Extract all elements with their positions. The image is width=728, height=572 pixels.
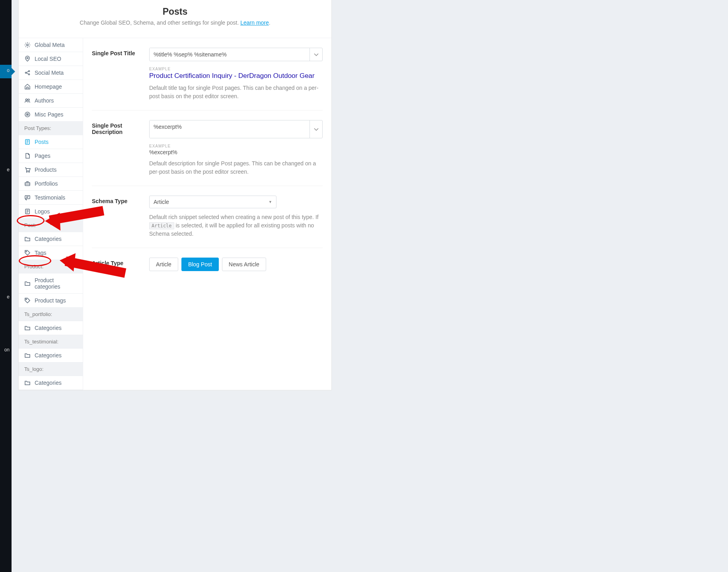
sidebar-item-label: Categories <box>35 325 62 331</box>
sidebar-item-testimonials[interactable]: Testimonials <box>19 191 83 205</box>
post-icon <box>24 208 31 215</box>
svg-point-1 <box>27 57 28 59</box>
svg-point-9 <box>27 172 27 173</box>
sidebar-item-social-meta[interactable]: Social Meta <box>19 66 83 80</box>
folder-icon <box>24 352 31 359</box>
pin-icon <box>24 56 31 62</box>
sidebar-item-label: Homepage <box>35 83 62 90</box>
svg-point-4 <box>28 74 29 75</box>
page-header: Posts Change Global SEO, Schema, and oth… <box>19 0 331 38</box>
tag-icon <box>24 250 31 256</box>
users-icon <box>24 97 31 104</box>
sidebar-item-label: Product tags <box>35 297 66 304</box>
folder-icon <box>24 380 31 386</box>
settings-content: Single Post Title EXAMPLE Product Certif… <box>83 38 331 390</box>
chevron-down-icon <box>313 51 319 58</box>
admin-sidebar-text: o <box>7 68 10 73</box>
admin-sidebar-text: e <box>7 294 10 300</box>
sidebar-section-post: Post: <box>19 219 83 232</box>
page-icon <box>24 153 31 159</box>
svg-point-6 <box>28 99 29 101</box>
svg-point-14 <box>26 251 27 252</box>
title-help-text: Default title tag for single Post pages.… <box>149 84 323 101</box>
sidebar-item-tags[interactable]: Tags <box>19 246 83 260</box>
gear-icon <box>24 42 31 48</box>
sidebar-item-products[interactable]: Products <box>19 163 83 177</box>
learn-more-link[interactable]: Learn more <box>240 19 269 26</box>
sidebar-item-homepage[interactable]: Homepage <box>19 80 83 94</box>
article-type-news-article-button[interactable]: News Article <box>222 258 266 271</box>
article-type-blog-post-button[interactable]: Blog Post <box>181 258 219 271</box>
sidebar-item-label: Global Meta <box>35 42 64 48</box>
sidebar-item-label: Tags <box>35 250 47 256</box>
sidebar-section-ts_testimonial: Ts_testimonial: <box>19 335 83 349</box>
sidebar-item-label: Logos <box>35 208 50 215</box>
single-post-desc-input[interactable] <box>150 120 309 138</box>
sidebar-item-categories[interactable]: Categories <box>19 349 83 363</box>
sidebar-item-label: Pages <box>35 153 51 159</box>
quote-icon <box>24 194 31 201</box>
folder-icon <box>24 325 31 331</box>
sidebar-section-ts_portfolio: Ts_portfolio: <box>19 308 83 321</box>
single-post-desc-label: Single Post Description <box>92 120 140 176</box>
sidebar-item-posts[interactable]: Posts <box>19 135 83 149</box>
sidebar-item-logos[interactable]: Logos <box>19 205 83 219</box>
sidebar-section-post-types: Post Types: <box>19 122 83 135</box>
sidebar-item-misc-pages[interactable]: Misc Pages <box>19 108 83 122</box>
tag-icon <box>24 297 31 304</box>
sidebar-item-categories[interactable]: Categories <box>19 232 83 246</box>
sidebar-item-local-seo[interactable]: Local SEO <box>19 52 83 66</box>
settings-sidebar: Global MetaLocal SEOSocial MetaHomepageA… <box>19 38 83 390</box>
sidebar-item-label: Portfolios <box>35 180 58 187</box>
article-type-article-button[interactable]: Article <box>149 258 178 271</box>
sidebar-item-label: Local SEO <box>35 56 61 62</box>
sidebar-item-label: Categories <box>35 380 62 386</box>
title-example-preview: Product Certification Inquiry - DerDrago… <box>149 72 323 80</box>
desc-help-text: Default description for single Post page… <box>149 159 323 176</box>
sidebar-section-ts_logo: Ts_logo: <box>19 363 83 376</box>
folder-icon <box>24 236 31 242</box>
sidebar-item-label: Product categories <box>35 277 77 290</box>
sidebar-item-label: Social Meta <box>35 70 64 76</box>
sidebar-item-pages[interactable]: Pages <box>19 149 83 163</box>
svg-rect-12 <box>25 196 30 199</box>
variables-dropdown-button[interactable] <box>309 120 322 138</box>
page-subtitle: Change Global SEO, Schema, and other set… <box>27 19 323 26</box>
svg-point-2 <box>25 72 26 73</box>
sidebar-item-product-tags[interactable]: Product tags <box>19 294 83 308</box>
svg-point-3 <box>28 70 29 72</box>
sidebar-item-label: Categories <box>35 236 62 242</box>
folder-icon <box>24 280 31 287</box>
dropdown-arrow-icon: ▼ <box>269 200 272 204</box>
share-icon <box>24 70 31 76</box>
desc-example-preview: %excerpt% <box>149 149 323 155</box>
sidebar-item-categories[interactable]: Categories <box>19 376 83 390</box>
sidebar-item-label: Products <box>35 167 56 173</box>
sidebar-item-label: Authors <box>35 97 54 104</box>
sidebar-item-authors[interactable]: Authors <box>19 94 83 108</box>
svg-point-10 <box>29 172 29 173</box>
sidebar-item-label: Testimonials <box>35 194 65 201</box>
schema-type-select[interactable]: Article ▼ <box>149 196 276 208</box>
post-icon <box>24 139 31 145</box>
admin-sidebar-text: on <box>4 347 10 353</box>
list-icon <box>24 111 31 118</box>
sidebar-item-label: Categories <box>35 352 62 359</box>
svg-point-15 <box>26 299 27 300</box>
sidebar-item-global-meta[interactable]: Global Meta <box>19 38 83 52</box>
schema-type-label: Schema Type <box>92 196 140 238</box>
sidebar-item-categories[interactable]: Categories <box>19 321 83 335</box>
home-icon <box>24 83 31 90</box>
chevron-down-icon <box>313 126 319 132</box>
sidebar-section-product: Product: <box>19 260 83 273</box>
sidebar-item-label: Posts <box>35 139 49 145</box>
cart-icon <box>24 167 31 173</box>
page-title: Posts <box>27 6 323 17</box>
sidebar-item-portfolios[interactable]: Portfolios <box>19 177 83 191</box>
sidebar-item-product-categories[interactable]: Product categories <box>19 273 83 294</box>
variables-dropdown-button[interactable] <box>309 48 322 61</box>
svg-point-5 <box>25 99 27 101</box>
single-post-title-label: Single Post Title <box>92 48 140 101</box>
briefcase-icon <box>24 180 31 187</box>
single-post-title-input[interactable] <box>150 48 309 61</box>
